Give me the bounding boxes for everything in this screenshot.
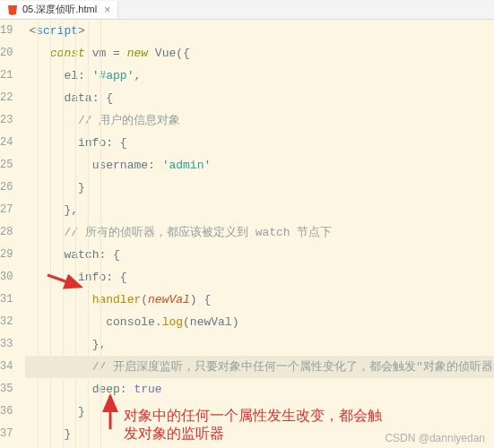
code-line: username: 'admin': [25, 154, 494, 177]
html-file-icon: [7, 4, 18, 15]
code-line: info: {: [25, 266, 494, 289]
watermark: CSDN @danniyedan: [385, 432, 485, 444]
close-icon[interactable]: ×: [104, 4, 110, 16]
tab-bar: 05.深度侦听.html ×: [0, 0, 494, 20]
line-gutter: 1920212223242526272829303132333435363738: [0, 20, 25, 448]
code-line: },: [25, 199, 494, 221]
code-line: watch: {: [25, 244, 494, 266]
code-line: <script>: [25, 20, 494, 42]
file-tab[interactable]: 05.深度侦听.html ×: [0, 1, 118, 18]
code-line: // 开启深度监听，只要对象中任何一个属性变化了，都会触发"对象的侦听器": [25, 356, 494, 378]
code-line: deep: true: [25, 378, 494, 401]
code-line: // 所有的侦听器，都应该被定义到 watch 节点下: [25, 221, 494, 244]
code-area: <script> const vm = new Vue({ el: '#app'…: [25, 20, 494, 448]
code-line: data: {: [25, 87, 494, 109]
code-line: },: [25, 333, 494, 356]
code-line: console.log(newVal): [25, 311, 494, 333]
code-editor[interactable]: 1920212223242526272829303132333435363738…: [0, 20, 494, 448]
code-line: // 用户的信息对象: [25, 109, 494, 132]
code-line: handler(newVal) {: [25, 289, 494, 311]
tab-label: 05.深度侦听.html: [22, 3, 97, 16]
code-line: const vm = new Vue({: [25, 42, 494, 65]
annotation-text: 对象中的任何一个属性发生改变，都会触 发对象的监听器: [124, 407, 382, 443]
code-line: info: {: [25, 132, 494, 154]
code-line: }: [25, 177, 494, 199]
code-line: el: '#app',: [25, 65, 494, 87]
